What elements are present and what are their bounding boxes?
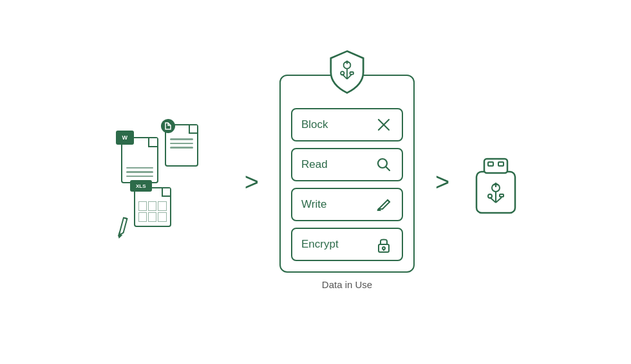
chevron-left: > [245,170,259,194]
grid-cell [158,201,166,211]
center-panel: Block Read [279,75,415,290]
file-line [170,143,193,145]
option-label-read: Read [301,158,328,171]
pdf-badge [161,119,175,133]
diagram-label: Data in Use [322,279,372,290]
file-word: W [121,137,158,183]
grid-cell [138,212,147,222]
block-icon [375,116,393,134]
xls-badge: XLS [130,180,152,192]
svg-point-12 [382,247,385,250]
file-lines [170,138,193,161]
option-read: Read [291,148,403,181]
file-pdf [165,124,198,167]
option-label-block: Block [301,118,328,131]
svg-rect-11 [379,244,389,252]
file-line [126,171,153,173]
option-encrypt: Encrypt [291,228,403,261]
usb-drive [470,152,516,212]
files-group: W [115,111,224,253]
file-line [170,138,193,140]
diagram-row: W [115,75,516,290]
file-line [126,167,153,169]
grid-cell [138,201,147,211]
option-label-encrypt: Encrypt [301,238,339,251]
file-grid [138,201,167,222]
shield-container [324,49,370,98]
option-block: Block [291,108,403,141]
options-box: Block Read [279,75,415,273]
file-corner [162,188,170,197]
diagram: W [115,75,516,290]
write-icon [375,196,393,214]
pdf-icon [164,122,173,131]
read-icon [375,156,393,174]
shield-icon [324,49,370,95]
encrypt-icon [375,235,393,253]
option-write: Write [291,188,403,221]
word-badge: W [116,131,134,145]
file-lines [126,167,153,177]
grid-cell [158,212,166,222]
grid-cell [148,201,156,211]
file-corner [189,125,197,134]
grid-cell [148,212,156,222]
file-xls: XLS [134,187,171,227]
file-line [126,176,153,177]
chevron-right: > [435,170,449,194]
svg-line-10 [386,167,390,170]
file-corner [148,138,157,147]
file-line [170,147,193,149]
option-label-write: Write [301,198,326,211]
usb-drive-svg [470,152,522,217]
